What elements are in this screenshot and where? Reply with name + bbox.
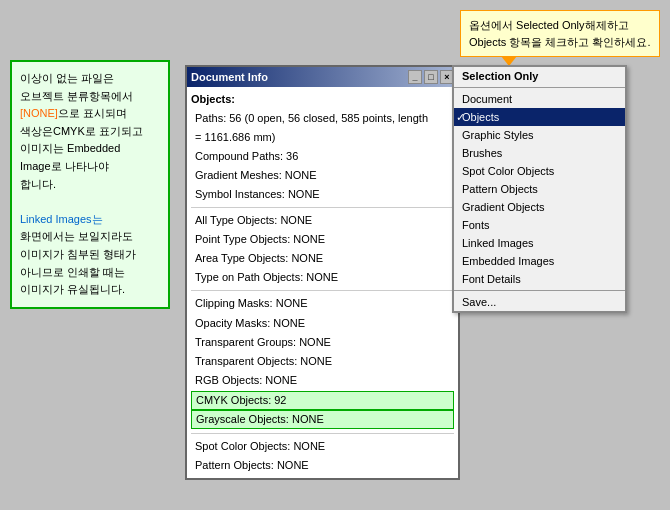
menu-graphic-styles-label: Graphic Styles (462, 129, 534, 141)
menu-linked-images-label: Linked Images (462, 237, 534, 249)
tooltip-text: 옵션에서 Selected Only해제하고 Objects 항목을 체크하고 … (469, 19, 651, 48)
tooltip-bubble: 옵션에서 Selected Only해제하고 Objects 항목을 체크하고 … (460, 10, 660, 57)
gradient-objects: Gradient Objects: NONE (191, 476, 454, 478)
type-on-path: Type on Path Objects: NONE (191, 269, 454, 286)
transparent-objects: Transparent Objects: NONE (191, 353, 454, 370)
menu-item-pattern[interactable]: Pattern Objects (454, 180, 625, 198)
point-type: Point Type Objects: NONE (191, 231, 454, 248)
cmyk-objects-row: CMYK Objects: 92 (191, 391, 454, 410)
menu-spot-color-label: Spot Color Objects (462, 165, 554, 177)
menu-item-fonts[interactable]: Fonts (454, 216, 625, 234)
dropdown-menu: Selection Only Document Objects Graphic … (452, 65, 627, 313)
menu-separator-2 (454, 290, 625, 291)
objects-label: Objects: (191, 91, 454, 108)
titlebar-buttons: _ □ × (408, 70, 454, 84)
menu-gradient-label: Gradient Objects (462, 201, 545, 213)
menu-document-label: Document (462, 93, 512, 105)
spot-color: Spot Color Objects: NONE (191, 438, 454, 455)
grayscale-objects-row: Grayscale Objects: NONE (191, 410, 454, 429)
annotation-text: 이상이 없는 파일은 오브젝트 분류항목에서 [NONE]으로 표시되며 색상은… (20, 72, 143, 295)
transparent-groups: Transparent Groups: NONE (191, 334, 454, 351)
menu-item-document[interactable]: Document (454, 90, 625, 108)
document-info-window: Document Info _ □ × Objects: Paths: 56 (… (185, 65, 460, 480)
menu-item-embedded-images[interactable]: Embedded Images (454, 252, 625, 270)
annotation-box: 이상이 없는 파일은 오브젝트 분류항목에서 [NONE]으로 표시되며 색상은… (10, 60, 170, 309)
menu-item-spot-color[interactable]: Spot Color Objects (454, 162, 625, 180)
menu-item-linked-images[interactable]: Linked Images (454, 234, 625, 252)
paths-line1: Paths: 56 (0 open, 56 closed, 585 points… (191, 110, 454, 127)
menu-item-save[interactable]: Save... (454, 293, 625, 311)
menu-item-brushes[interactable]: Brushes (454, 144, 625, 162)
annotation-highlight-none: [NONE] (20, 107, 58, 119)
menu-fonts-label: Fonts (462, 219, 490, 231)
menu-item-gradient[interactable]: Gradient Objects (454, 198, 625, 216)
annotation-linked-images: Linked Images는 (20, 213, 103, 225)
menu-brushes-label: Brushes (462, 147, 502, 159)
gradient-meshes: Gradient Meshes: NONE (191, 167, 454, 184)
menu-separator-1 (454, 87, 625, 88)
menu-embedded-images-label: Embedded Images (462, 255, 554, 267)
maximize-button[interactable]: □ (424, 70, 438, 84)
window-title: Document Info (191, 71, 268, 83)
area-type: Area Type Objects: NONE (191, 250, 454, 267)
selection-only-label: Selection Only (462, 70, 538, 82)
menu-item-font-details[interactable]: Font Details (454, 270, 625, 288)
cmyk-objects: CMYK Objects: 92 (196, 394, 286, 406)
menu-selection-only[interactable]: Selection Only (454, 67, 625, 85)
opacity-masks: Opacity Masks: NONE (191, 315, 454, 332)
grayscale-objects: Grayscale Objects: NONE (196, 413, 324, 425)
menu-pattern-label: Pattern Objects (462, 183, 538, 195)
compound-paths: Compound Paths: 36 (191, 148, 454, 165)
menu-font-details-label: Font Details (462, 273, 521, 285)
minimize-button[interactable]: _ (408, 70, 422, 84)
rgb-objects: RGB Objects: NONE (191, 372, 454, 389)
paths-line2: = 1161.686 mm) (191, 129, 454, 146)
menu-objects-label: Objects (462, 111, 499, 123)
all-type: All Type Objects: NONE (191, 212, 454, 229)
pattern-objects: Pattern Objects: NONE (191, 457, 454, 474)
clipping-masks: Clipping Masks: NONE (191, 295, 454, 312)
window-titlebar: Document Info _ □ × (187, 67, 458, 87)
symbol-instances: Symbol Instances: NONE (191, 186, 454, 203)
menu-save-label: Save... (462, 296, 496, 308)
window-content: Objects: Paths: 56 (0 open, 56 closed, 5… (187, 87, 458, 478)
menu-item-objects[interactable]: Objects (454, 108, 625, 126)
menu-item-graphic-styles[interactable]: Graphic Styles (454, 126, 625, 144)
